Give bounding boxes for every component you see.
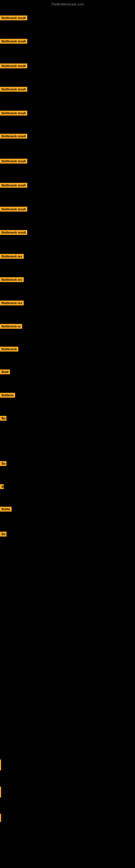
- bottleneck-badge: Bo: [0, 461, 6, 466]
- bottleneck-badge: Bottleneck result: [0, 16, 27, 20]
- vertical-bar: [0, 760, 1, 770]
- vertical-bar: [0, 814, 1, 822]
- bottleneck-badge: Bottleneck result: [0, 39, 27, 44]
- bottleneck-badge: Bo: [0, 532, 6, 536]
- bottleneck-badge: Bottleneck res: [0, 254, 24, 259]
- bottleneck-badge: Bottleneck res: [0, 301, 24, 305]
- bottleneck-badge: Bottlene: [0, 393, 15, 398]
- bottleneck-badge: Bottleneck: [0, 347, 18, 351]
- bottleneck-badge: Bottleneck result: [0, 230, 27, 235]
- bottleneck-badge: Bottleneck result: [0, 183, 27, 188]
- bottleneck-badge: Bottleneck result: [0, 207, 27, 212]
- bottleneck-badge: Bottleneck result: [0, 87, 27, 92]
- bottleneck-badge: Bottleneck res: [0, 277, 24, 282]
- bottleneck-badge: Bottle: [0, 507, 12, 512]
- bottleneck-badge: Bottleneck result: [0, 134, 27, 138]
- bottleneck-badge: B: [0, 484, 4, 489]
- bottleneck-badge: Bottleneck result: [0, 159, 27, 163]
- bottleneck-badge: Bottleneck re: [0, 324, 22, 329]
- vertical-bar: [0, 786, 1, 798]
- bottleneck-badge: Bottl: [0, 369, 10, 374]
- bottleneck-badge: Bottleneck result: [0, 63, 27, 68]
- site-title: TheBottlenecker.com: [0, 0, 135, 7]
- bottleneck-badge: Bo: [0, 416, 6, 421]
- bottleneck-badge: Bottleneck result: [0, 111, 27, 116]
